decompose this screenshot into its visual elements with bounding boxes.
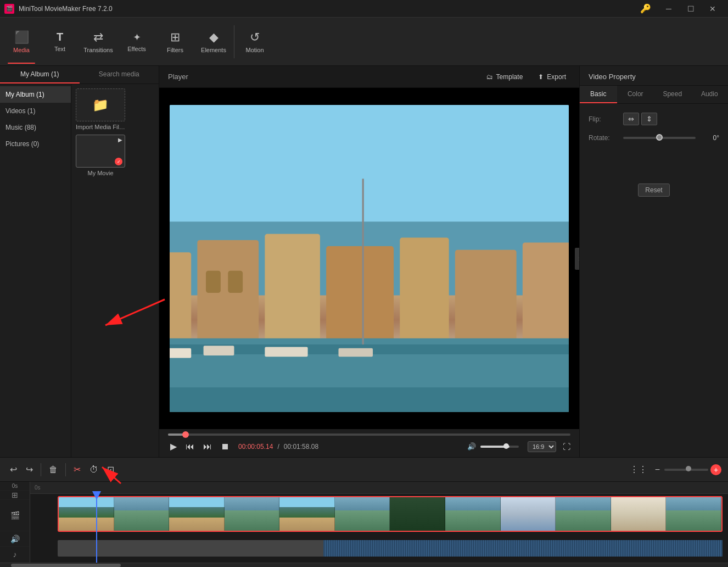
video-track-label: 🎬 [0,500,30,531]
svg-rect-12 [206,271,221,293]
clip-frame-1 [59,497,114,531]
prev-frame-button[interactable]: ⏮ [183,441,197,453]
speed-button[interactable]: ⏱ [86,463,102,477]
toolbar-motion[interactable]: ↺ Motion [236,20,274,64]
clip-frame-7 [390,497,445,531]
my-movie-label: My Movie [76,170,125,176]
right-panel: Video Property Basic Color Speed Audio F… [580,66,728,457]
key-icon[interactable]: 🔑 [640,3,651,14]
timeline-main: 0s [30,482,728,563]
audio-clip[interactable] [58,540,723,557]
app-icon: 🎬 [4,4,14,14]
time-total: 00:01:58.08 [284,443,318,451]
timeline-scrollbar[interactable] [0,563,728,567]
svg-rect-13 [228,271,243,293]
svg-rect-4 [265,234,320,351]
video-track [30,494,728,538]
volume-area: 🔊 [465,441,519,452]
elements-icon: ◆ [209,30,219,45]
playback-controls-row: ▶ ⏮ ⏭ ⏹ 00:00:05.14 / 00:01:58.08 🔊 16:9 [168,440,570,453]
album-item-videos[interactable]: Videos (1) [0,103,71,119]
prop-tab-audio[interactable]: Audio [691,86,729,103]
music-track-label: ♪ [0,547,30,563]
zoom-out-button[interactable]: − [653,464,662,476]
flip-vertical-button[interactable]: ⇕ [641,113,657,125]
svg-rect-19 [339,348,373,357]
toolbar-separator-1 [41,463,41,476]
tab-search-media[interactable]: Search media [80,66,159,84]
aspect-ratio-select[interactable]: 16:9 [528,441,556,452]
rotate-label: Rotate: [589,134,619,142]
delete-button[interactable]: 🗑 [46,463,61,477]
export-button[interactable]: ⬆ Export [534,71,570,83]
import-label: Import Media Files [76,124,125,130]
volume-button[interactable]: 🔊 [465,441,478,452]
prop-tab-color[interactable]: Color [617,86,654,103]
add-track-icon: ⊞ [12,491,18,499]
album-item-pictures[interactable]: Pictures (0) [0,136,71,152]
audio-waveform [323,540,723,557]
rotate-slider[interactable] [623,137,696,139]
svg-rect-0 [170,105,569,228]
tab-my-album[interactable]: My Album (1) [0,66,80,84]
clip-frame-8 [445,497,501,531]
add-track-button[interactable]: ⊞ [0,491,30,500]
close-button[interactable]: ✕ [702,0,724,18]
prop-tab-speed[interactable]: Speed [654,86,691,103]
zoom-in-button[interactable]: + [710,464,721,475]
progress-fill [168,433,186,436]
left-sidebar: My Album (1) Videos (1) Music (88) Pictu… [0,84,159,457]
zoom-handle [686,466,691,471]
toolbar-transitions[interactable]: ⇄ Transitions [79,20,117,64]
minimize-button[interactable]: ─ [658,0,680,18]
snap-button[interactable]: ⋮⋮ [626,462,651,477]
play-button[interactable]: ▶ [168,440,179,453]
prop-tab-basic[interactable]: Basic [580,86,617,103]
my-movie-thumb: ▶ ✓ [76,135,125,168]
fullscreen-button[interactable]: ⛶ [563,442,570,451]
next-frame-button[interactable]: ⏭ [201,441,214,453]
svg-rect-5 [326,246,394,351]
clip-frame-6 [335,497,390,531]
transitions-icon: ⇄ [93,30,103,45]
timeline-content: 0s ⊞ 🎬 🔊 ♪ 0s [0,482,728,563]
toolbar-media[interactable]: ⬛ Media [2,20,41,64]
rotate-row: Rotate: 0° [589,134,719,142]
toolbar-filters[interactable]: ⊞ Filters [156,20,194,64]
zoom-slider[interactable] [664,469,708,471]
stop-button[interactable]: ⏹ [219,441,232,453]
album-item-music[interactable]: Music (88) [0,119,71,136]
maximize-button[interactable]: ☐ [680,0,702,18]
timeline-ruler: 0s [30,482,728,494]
text-icon: T [57,31,63,43]
template-button[interactable]: 🗂 Template [482,71,528,83]
reset-button[interactable]: Reset [638,184,669,197]
import-media-item[interactable]: 📁 Import Media Files [76,88,125,130]
progress-bar[interactable] [168,433,570,436]
playhead[interactable] [96,494,97,563]
timeline-scroll-thumb[interactable] [11,564,121,567]
video-clip[interactable] [58,496,723,532]
main-content: My Album (1) Search media My Album (1) V… [0,66,728,457]
undo-button[interactable]: ↩ [7,462,20,477]
main-toolbar: ⬛ Media T Text ⇄ Transitions ✦ Effects ⊞… [0,18,728,66]
timeline-track-labels: 0s ⊞ 🎬 🔊 ♪ [0,482,30,563]
toolbar-effects[interactable]: ✦ Effects [117,20,156,64]
redo-button[interactable]: ↪ [23,462,36,477]
clip-frame-2 [114,497,170,531]
my-movie-item[interactable]: ▶ ✓ My Movie [76,135,125,176]
toolbar-elements[interactable]: ◆ Elements [194,20,233,64]
svg-rect-18 [265,347,307,357]
clip-frame-5 [279,497,335,531]
toolbar-text[interactable]: T Text [41,20,79,64]
cut-button[interactable]: ✂ [70,462,84,477]
flip-horizontal-button[interactable]: ⇔ [623,113,639,125]
time-separator: / [277,443,279,451]
crop-button[interactable]: ⊡ [104,462,117,477]
progress-handle [182,431,189,438]
volume-slider[interactable] [480,446,519,448]
album-item-my-album[interactable]: My Album (1) [0,86,71,103]
ruler-tick-0: 0s [35,485,41,491]
audio-track-icon-label: 🔊 [0,531,30,547]
panel-toggle-button[interactable]: › [575,248,579,270]
